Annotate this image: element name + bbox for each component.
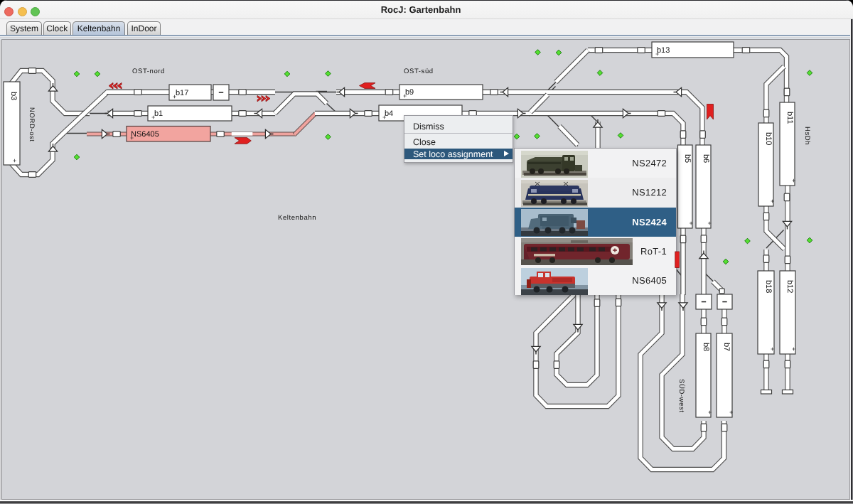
svg-text:+: + [130,134,134,141]
svg-text:b7: b7 [722,343,731,351]
svg-text:Keltenbahn: Keltenbahn [278,214,316,222]
svg-text:+: + [708,409,712,416]
svg-text:+: + [403,92,407,100]
svg-text:OST-süd: OST-süd [404,68,434,75]
svg-text:b3: b3 [9,92,18,100]
svg-text:b17: b17 [176,89,188,97]
svg-text:b8: b8 [702,343,710,351]
svg-text:+: + [771,345,774,353]
svg-text:b18: b18 [764,280,773,293]
svg-text:OST-nord: OST-nord [132,68,165,75]
svg-text:b12: b12 [785,280,794,293]
svg-text:+: + [792,177,795,184]
svg-text:+: + [708,220,712,227]
svg-text:+: + [771,198,774,205]
svg-text:b11: b11 [785,112,794,124]
svg-text:b1: b1 [154,109,163,118]
svg-text:+: + [690,220,693,227]
svg-text:+: + [792,345,795,353]
svg-text:b10: b10 [764,132,773,145]
svg-text:HsDh: HsDh [803,127,811,145]
svg-text:NORD-ost: NORD-ost [28,107,36,142]
svg-text:NS6405: NS6405 [131,130,159,139]
svg-text:+: + [173,93,176,100]
svg-text:+: + [13,157,16,164]
svg-text:b5: b5 [683,154,692,163]
svg-text:b6: b6 [702,154,710,163]
svg-text:+: + [382,114,386,121]
svg-text:+: + [151,114,155,121]
svg-text:+: + [729,409,733,416]
svg-text:SÜD-west: SÜD-west [677,379,685,413]
svg-text:+: + [655,50,659,58]
